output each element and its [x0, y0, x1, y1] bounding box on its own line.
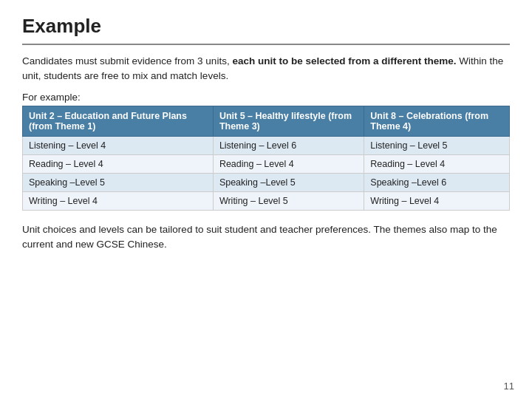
page-number: 11	[504, 381, 514, 392]
table-cell: Writing – Level 5	[213, 191, 364, 210]
table-row: Listening – Level 4Listening – Level 6Li…	[23, 136, 510, 154]
table-cell: Writing – Level 4	[364, 191, 510, 210]
table-cell: Speaking –Level 5	[213, 173, 364, 191]
table-body: Listening – Level 4Listening – Level 6Li…	[23, 136, 510, 210]
table-cell: Listening – Level 4	[23, 136, 214, 154]
table-row: Speaking –Level 5Speaking –Level 5Speaki…	[23, 173, 510, 191]
intro-paragraph: Candidates must submit evidence from 3 u…	[22, 54, 510, 84]
table-cell: Speaking –Level 5	[23, 173, 214, 191]
for-example-label: For example:	[22, 92, 510, 103]
col-header-1: Unit 2 – Education and Future Plans (fro…	[23, 106, 214, 136]
page: Example Candidates must submit evidence …	[0, 0, 532, 399]
table-cell: Listening – Level 5	[364, 136, 510, 154]
example-table-container: Unit 2 – Education and Future Plans (fro…	[22, 106, 510, 211]
table-cell: Reading – Level 4	[23, 154, 214, 173]
col-header-3: Unit 8 – Celebrations (from Theme 4)	[364, 106, 510, 136]
table-cell: Speaking –Level 6	[364, 173, 510, 191]
title-divider	[22, 44, 510, 45]
table-cell: Reading – Level 4	[364, 154, 510, 173]
table-row: Reading – Level 4Reading – Level 4Readin…	[23, 154, 510, 173]
table-header-row: Unit 2 – Education and Future Plans (fro…	[23, 106, 510, 136]
page-title: Example	[22, 15, 510, 38]
intro-text-bold: each unit to be selected from a differen…	[232, 55, 456, 66]
intro-text-plain: Candidates must submit evidence from 3 u…	[22, 55, 232, 66]
table-cell: Writing – Level 4	[23, 191, 214, 210]
table-cell: Listening – Level 6	[213, 136, 364, 154]
table-cell: Reading – Level 4	[213, 154, 364, 173]
footer-paragraph: Unit choices and levels can be tailored …	[22, 222, 510, 253]
table-row: Writing – Level 4Writing – Level 5Writin…	[23, 191, 510, 210]
col-header-2: Unit 5 – Healthy lifestyle (from Theme 3…	[213, 106, 364, 136]
example-table: Unit 2 – Education and Future Plans (fro…	[22, 106, 510, 211]
